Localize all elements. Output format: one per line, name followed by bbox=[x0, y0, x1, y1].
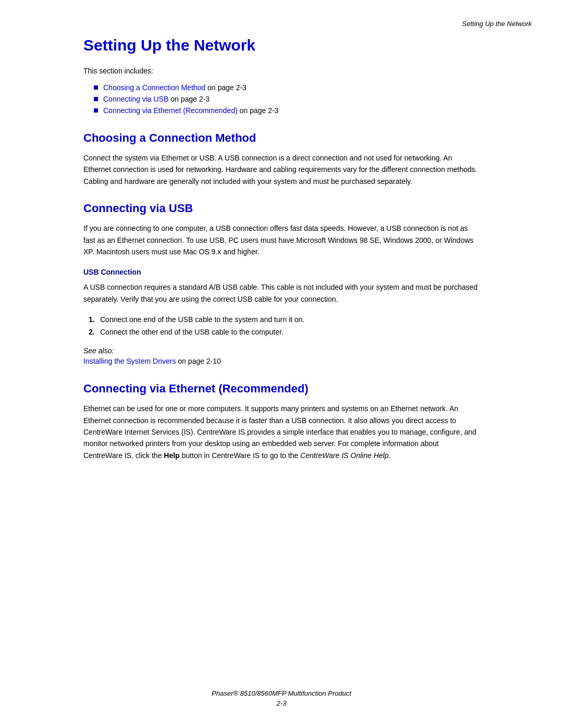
system-drivers-link[interactable]: Installing the System Drivers bbox=[83, 357, 178, 365]
usb-step-1: 1. Connect one end of the USB cable to t… bbox=[89, 315, 480, 324]
list-item: Connecting via Ethernet (Recommended) on… bbox=[94, 106, 480, 115]
bullet-icon bbox=[94, 108, 98, 113]
ethernet-body-bold: Help bbox=[164, 451, 179, 460]
list-item: Connecting via USB on page 2-3 bbox=[94, 95, 480, 103]
step-number: 2. bbox=[89, 328, 100, 336]
page-container: Setting Up the Network Setting Up the Ne… bbox=[0, 0, 563, 728]
footer-page: 2-3 bbox=[0, 699, 563, 707]
see-also-suffix: on page 2-10 bbox=[178, 357, 221, 365]
usb-connection-subtitle: USB Connection bbox=[83, 268, 480, 276]
step-number: 1. bbox=[89, 315, 100, 324]
ethernet-link-text: Connecting via Ethernet (Recommended) bbox=[103, 106, 238, 115]
bullet-text: Connecting via Ethernet (Recommended) on… bbox=[103, 106, 278, 115]
footer: Phaser® 8510/8560MFP Multifunction Produ… bbox=[0, 689, 563, 707]
ethernet-body-italic: CentreWare IS Online Help bbox=[300, 451, 388, 460]
ethernet-section-body: Ethernet can be used for one or more com… bbox=[83, 403, 480, 461]
system-drivers-link-text: Installing the System Drivers bbox=[83, 357, 176, 365]
usb-section-title: Connecting via USB bbox=[83, 202, 480, 215]
step-text: Connect the other end of the USB cable t… bbox=[100, 328, 284, 336]
usb-link[interactable]: Connecting via USB bbox=[103, 95, 170, 103]
bullet-icon bbox=[94, 85, 98, 90]
usb-link-suffix: on page 2-3 bbox=[170, 95, 210, 103]
footer-product: Phaser® 8510/8560MFP Multifunction Produ… bbox=[0, 689, 563, 697]
page-title: Setting Up the Network bbox=[83, 36, 480, 54]
choosing-link[interactable]: Choosing a Connection Method bbox=[103, 83, 207, 92]
usb-section-body: If you are connecting to one computer, a… bbox=[83, 223, 480, 257]
bullet-text: Connecting via USB on page 2-3 bbox=[103, 95, 210, 103]
usb-section: Connecting via USB If you are connecting… bbox=[83, 202, 480, 365]
ethernet-body-part-5: . bbox=[388, 451, 390, 460]
intro-text: This section includes: bbox=[83, 67, 480, 75]
ethernet-body-part-3: button in CentreWare IS to go to the bbox=[180, 451, 300, 460]
header-right-text: Setting Up the Network bbox=[462, 20, 532, 28]
see-also-container: See also: Installing the System Drivers … bbox=[83, 347, 480, 365]
bullet-icon bbox=[94, 97, 98, 101]
choosing-section-body: Connect the system via Ethernet or USB. … bbox=[83, 152, 480, 187]
usb-link-text: Connecting via USB bbox=[103, 95, 168, 103]
list-item: Choosing a Connection Method on page 2-3 bbox=[94, 83, 480, 92]
step-text: Connect one end of the USB cable to the … bbox=[100, 315, 304, 324]
ethernet-section: Connecting via Ethernet (Recommended) Et… bbox=[83, 382, 480, 461]
bullet-list: Choosing a Connection Method on page 2-3… bbox=[83, 83, 480, 115]
choosing-section: Choosing a Connection Method Connect the… bbox=[83, 131, 480, 187]
ethernet-link-suffix: on page 2-3 bbox=[239, 106, 278, 115]
usb-step-2: 2. Connect the other end of the USB cabl… bbox=[89, 328, 480, 336]
bullet-text: Choosing a Connection Method on page 2-3 bbox=[103, 83, 247, 92]
usb-steps-list: 1. Connect one end of the USB cable to t… bbox=[83, 315, 480, 336]
see-also-label: See also: bbox=[83, 347, 480, 355]
ethernet-link[interactable]: Connecting via Ethernet (Recommended) bbox=[103, 106, 239, 115]
choosing-link-suffix: on page 2-3 bbox=[207, 83, 247, 92]
ethernet-section-title: Connecting via Ethernet (Recommended) bbox=[83, 382, 480, 396]
choosing-link-text: Choosing a Connection Method bbox=[103, 83, 205, 92]
see-also-text: Installing the System Drivers on page 2-… bbox=[83, 357, 221, 365]
usb-connection-body: A USB connection requires a standard A/B… bbox=[83, 281, 480, 305]
choosing-section-title: Choosing a Connection Method bbox=[83, 131, 480, 145]
